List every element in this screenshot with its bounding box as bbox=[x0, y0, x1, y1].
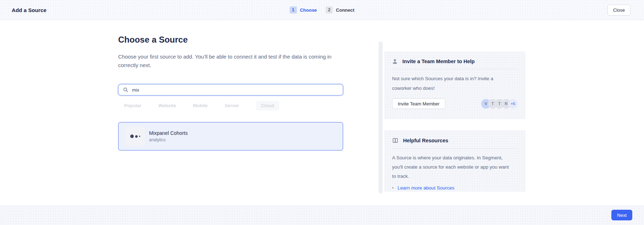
modal-header: Add a Source 1 Choose 2 Connect Close bbox=[0, 0, 644, 20]
tab-server[interactable]: Server bbox=[225, 103, 239, 108]
choose-source-section: Choose a Source Choose your first source… bbox=[118, 20, 343, 150]
resource-link-item: • Learn more about Sources bbox=[392, 185, 518, 191]
tab-cloud[interactable]: Cloud bbox=[256, 101, 279, 110]
tab-mobile[interactable]: Mobile bbox=[193, 103, 208, 108]
next-button[interactable]: Next bbox=[611, 210, 632, 220]
modal-footer: Next bbox=[0, 205, 644, 225]
avatar-overflow-count[interactable]: +6 bbox=[508, 99, 518, 109]
step-number-badge: 2 bbox=[326, 6, 333, 13]
main-area: Choose a Source Choose your first source… bbox=[0, 20, 644, 205]
page-title: Add a Source bbox=[12, 7, 46, 13]
stepper: 1 Choose 2 Connect bbox=[290, 6, 354, 13]
team-avatars: V T T R +6 bbox=[481, 99, 518, 109]
section-description: Choose your first source to add. You’ll … bbox=[118, 53, 338, 70]
invite-team-panel: Invite a Team Member to Help Not sure wh… bbox=[384, 51, 525, 119]
step-number-badge: 1 bbox=[290, 6, 297, 13]
source-search-input[interactable] bbox=[132, 87, 331, 93]
vertical-scrollbar[interactable] bbox=[379, 42, 382, 193]
learn-more-sources-link[interactable]: Learn more about Sources bbox=[398, 185, 455, 191]
category-tabs: Popular Website Mobile Server Cloud bbox=[118, 101, 343, 110]
source-name: Mixpanel Cohorts bbox=[149, 130, 188, 136]
source-category: analytics bbox=[149, 137, 188, 142]
step-choose[interactable]: 1 Choose bbox=[290, 6, 317, 13]
section-heading: Choose a Source bbox=[118, 35, 343, 45]
helpful-resources-panel: Helpful Resources A Source is where your… bbox=[384, 130, 525, 192]
tab-website[interactable]: Website bbox=[158, 103, 176, 108]
invite-panel-title: Invite a Team Member to Help bbox=[402, 59, 475, 64]
invite-team-member-button[interactable]: Invite Team Member bbox=[392, 98, 445, 109]
bullet: • bbox=[392, 185, 394, 191]
resources-panel-body: A Source is where your data originates. … bbox=[392, 153, 513, 181]
close-button[interactable]: Close bbox=[607, 5, 631, 16]
search-icon bbox=[123, 87, 128, 93]
source-search-box[interactable] bbox=[118, 84, 343, 95]
tab-popular[interactable]: Popular bbox=[124, 103, 141, 108]
invite-panel-body: Not sure which Sources your data is in? … bbox=[392, 74, 506, 93]
resources-panel-title: Helpful Resources bbox=[403, 138, 448, 143]
source-result-card[interactable]: Mixpanel Cohorts analytics bbox=[118, 122, 343, 150]
book-icon bbox=[392, 137, 398, 144]
person-icon bbox=[392, 59, 398, 64]
step-label: Connect bbox=[336, 7, 354, 13]
mixpanel-dots-icon bbox=[125, 126, 145, 146]
step-label: Choose bbox=[300, 7, 317, 13]
step-connect[interactable]: 2 Connect bbox=[326, 6, 354, 13]
